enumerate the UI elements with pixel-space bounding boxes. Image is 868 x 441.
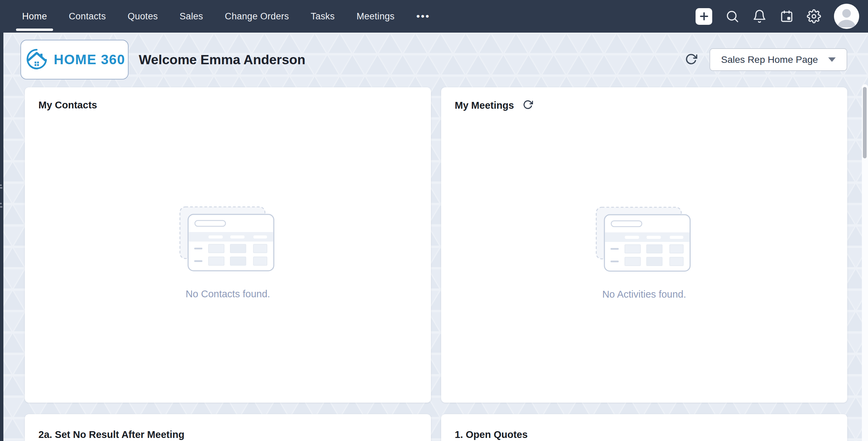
topnav-actions xyxy=(696,4,868,29)
widget-refresh-button[interactable] xyxy=(523,100,533,111)
strip-tick xyxy=(0,203,2,204)
vertical-scrollbar-track[interactable] xyxy=(862,84,868,441)
strip-tick xyxy=(0,184,2,186)
empty-state: No Contacts found. xyxy=(25,111,431,403)
tab-change-orders[interactable]: Change Orders xyxy=(225,0,289,33)
tab-home[interactable]: Home xyxy=(22,0,47,33)
more-tabs-icon[interactable]: ••• xyxy=(416,11,430,22)
refresh-icon xyxy=(523,100,533,110)
widget-title: My Meetings xyxy=(455,100,514,111)
search-icon xyxy=(725,9,739,23)
tab-sales[interactable]: Sales xyxy=(180,0,203,33)
header-actions: Sales Rep Home Page xyxy=(685,48,847,71)
tab-contacts[interactable]: Contacts xyxy=(69,0,106,33)
caret-down-icon xyxy=(828,57,836,62)
search-button[interactable] xyxy=(725,9,739,23)
quick-create-button[interactable] xyxy=(696,8,712,25)
empty-table-illustration xyxy=(595,206,694,274)
app-screen: Home Contacts Quotes Sales Change Orders… xyxy=(0,0,868,441)
empty-state-text: No Activities found. xyxy=(602,289,686,300)
calendar-icon xyxy=(780,9,794,23)
widget-set-no-result: 2a. Set No Result After Meeting xyxy=(25,414,431,441)
module-tabs: Home Contacts Quotes Sales Change Orders… xyxy=(0,0,430,33)
settings-button[interactable] xyxy=(807,9,821,23)
widget-my-contacts: My Contacts No Contacts found. xyxy=(25,87,431,403)
empty-state-text: No Contacts found. xyxy=(186,288,270,300)
empty-table-illustration xyxy=(179,206,277,274)
company-logo: HOME 360 xyxy=(20,40,129,80)
vertical-scrollbar-thumb[interactable] xyxy=(863,87,867,158)
widget-header: My Meetings xyxy=(441,87,847,111)
home-page-header: HOME 360 Welcome Emma Anderson Sales Rep… xyxy=(20,40,847,80)
dashboard-grid: My Contacts No Contacts found. My Meetin… xyxy=(25,87,847,441)
plus-icon xyxy=(699,11,709,21)
tab-tasks[interactable]: Tasks xyxy=(311,0,335,33)
widget-my-meetings: My Meetings No Activities found. xyxy=(441,87,847,403)
strip-tick xyxy=(0,187,2,189)
home-view-selector-label: Sales Rep Home Page xyxy=(721,54,818,65)
person-icon xyxy=(834,4,859,29)
tab-quotes[interactable]: Quotes xyxy=(128,0,158,33)
widget-title: My Contacts xyxy=(38,100,97,111)
empty-state: No Activities found. xyxy=(441,111,847,403)
welcome-title: Welcome Emma Anderson xyxy=(139,52,305,67)
page-refresh-button[interactable] xyxy=(685,53,697,67)
home-view-selector[interactable]: Sales Rep Home Page xyxy=(710,48,847,71)
logo-text: HOME 360 xyxy=(54,52,125,67)
widget-header: My Contacts xyxy=(25,87,431,111)
top-navigation-bar: Home Contacts Quotes Sales Change Orders… xyxy=(0,0,868,33)
bell-icon xyxy=(752,9,767,23)
refresh-icon xyxy=(685,53,697,65)
calendar-button[interactable] xyxy=(780,9,794,23)
notifications-button[interactable] xyxy=(752,9,767,23)
widget-open-quotes: 1. Open Quotes xyxy=(441,414,847,441)
widget-title: 2a. Set No Result After Meeting xyxy=(38,429,184,440)
strip-tick xyxy=(0,206,2,208)
left-edge-strip xyxy=(0,33,3,441)
home360-logo-icon xyxy=(24,47,50,73)
widget-title: 1. Open Quotes xyxy=(455,429,528,440)
gear-icon xyxy=(807,9,821,23)
tab-meetings[interactable]: Meetings xyxy=(356,0,395,33)
user-avatar[interactable] xyxy=(834,4,859,29)
